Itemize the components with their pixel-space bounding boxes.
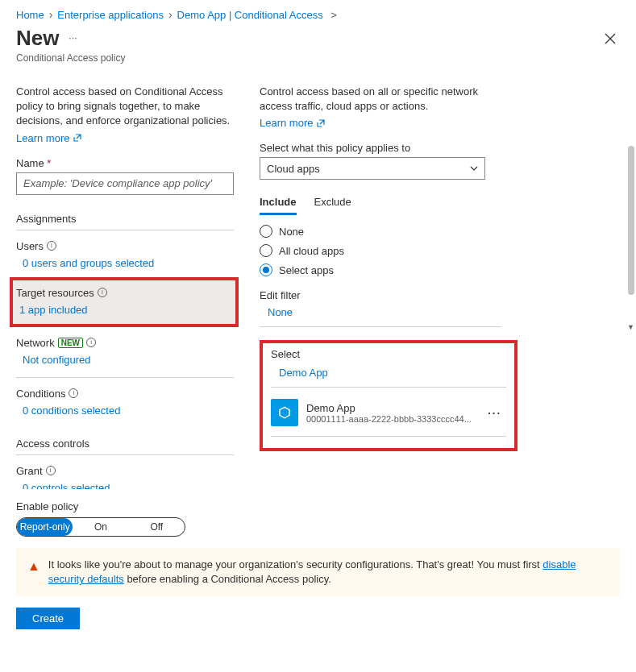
include-exclude-tabs: Include Exclude bbox=[260, 196, 501, 215]
include-radio-group: None All cloud apps Select apps bbox=[260, 225, 501, 276]
radio-none[interactable]: None bbox=[260, 225, 501, 238]
cube-icon bbox=[277, 405, 292, 420]
info-icon[interactable]: i bbox=[46, 466, 56, 475]
users-label: Users bbox=[16, 240, 44, 252]
edit-filter-label: Edit filter bbox=[260, 289, 301, 301]
target-resources-row[interactable]: Target resources i bbox=[16, 287, 229, 299]
radio-select-apps[interactable]: Select apps bbox=[260, 263, 501, 276]
edit-filter-value-link[interactable]: None bbox=[268, 306, 501, 318]
header-more-icon[interactable]: ··· bbox=[69, 31, 77, 44]
radio-label: None bbox=[279, 226, 304, 238]
name-input[interactable] bbox=[16, 172, 234, 195]
radio-label: Select apps bbox=[279, 264, 334, 276]
breadcrumb-demo-app[interactable]: Demo App | Conditional Access bbox=[177, 9, 323, 21]
network-row[interactable]: Network NEW i bbox=[16, 337, 234, 349]
page-subtitle: Conditional Access policy bbox=[16, 52, 620, 64]
learn-more-link-left[interactable]: Learn more bbox=[16, 132, 82, 144]
breadcrumb-tail: > bbox=[328, 9, 337, 21]
right-column: Control access based on all or specific … bbox=[260, 85, 501, 489]
dropdown-value: Cloud apps bbox=[267, 163, 320, 175]
grant-value-link[interactable]: 0 controls selected bbox=[23, 482, 234, 489]
toggle-off[interactable]: Off bbox=[129, 518, 185, 536]
select-section: Select Demo App bbox=[271, 348, 506, 388]
create-button[interactable]: Create bbox=[16, 608, 80, 629]
radio-label: All cloud apps bbox=[279, 245, 344, 257]
warning-icon: ▲ bbox=[27, 558, 40, 587]
radio-all-cloud-apps[interactable]: All cloud apps bbox=[260, 244, 501, 257]
page-title: New bbox=[16, 26, 59, 51]
app-icon bbox=[271, 399, 298, 426]
toggle-on[interactable]: On bbox=[73, 518, 128, 536]
select-label: Select bbox=[271, 348, 300, 360]
app-id: 00001111-aaaa-2222-bbbb-3333cccc44... bbox=[306, 414, 472, 424]
name-label: Name bbox=[16, 157, 234, 169]
grant-row[interactable]: Grant i bbox=[16, 465, 234, 477]
access-controls-heading: Access controls bbox=[16, 438, 234, 455]
tab-include[interactable]: Include bbox=[260, 196, 297, 215]
network-label: Network bbox=[16, 337, 55, 349]
warning-text: It looks like you're about to manage you… bbox=[48, 558, 609, 587]
info-icon[interactable]: i bbox=[47, 241, 56, 251]
enable-policy-toggle[interactable]: Report-only On Off bbox=[16, 517, 185, 537]
right-description: Control access based on all or specific … bbox=[260, 85, 501, 114]
breadcrumb-sep bbox=[168, 8, 173, 21]
tab-exclude[interactable]: Exclude bbox=[314, 196, 351, 215]
select-value-link[interactable]: Demo App bbox=[279, 367, 506, 379]
scrollbar[interactable] bbox=[626, 146, 636, 328]
info-icon[interactable]: i bbox=[98, 288, 107, 297]
warning-banner: ▲ It looks like you're about to manage y… bbox=[16, 548, 620, 596]
scroll-down-icon[interactable]: ▼ bbox=[627, 323, 634, 331]
enable-policy-label: Enable policy bbox=[16, 500, 620, 512]
chevron-down-icon bbox=[470, 164, 478, 172]
radio-icon bbox=[260, 244, 272, 257]
external-link-icon bbox=[316, 118, 326, 128]
select-what-label: Select what this policy applies to bbox=[260, 142, 501, 154]
target-resources-highlight: Target resources i 1 app included bbox=[10, 277, 239, 327]
target-resources-value-link[interactable]: 1 app included bbox=[19, 304, 229, 316]
left-description: Control access based on Conditional Acce… bbox=[16, 85, 234, 129]
learn-more-label: Learn more bbox=[260, 117, 313, 129]
conditions-row[interactable]: Conditions i bbox=[16, 388, 234, 400]
bottom-panel: Enable policy Report-only On Off ▲ It lo… bbox=[0, 489, 636, 642]
page-header: New ··· Conditional Access policy bbox=[0, 26, 636, 70]
users-row[interactable]: Users i bbox=[16, 240, 234, 252]
breadcrumb: Home Enterprise applications Demo App | … bbox=[0, 0, 636, 26]
scrollbar-thumb[interactable] bbox=[628, 146, 634, 295]
breadcrumb-home[interactable]: Home bbox=[16, 9, 44, 21]
users-value-link[interactable]: 0 users and groups selected bbox=[23, 257, 234, 269]
app-text: Demo App 00001111-aaaa-2222-bbbb-3333ccc… bbox=[306, 402, 472, 424]
new-badge: NEW bbox=[58, 338, 83, 348]
app-name: Demo App bbox=[306, 402, 472, 414]
learn-more-label: Learn more bbox=[16, 132, 69, 144]
info-icon[interactable]: i bbox=[69, 388, 78, 398]
toggle-report-only[interactable]: Report-only bbox=[17, 518, 73, 536]
assignments-heading: Assignments bbox=[16, 213, 234, 230]
conditions-value-link[interactable]: 0 conditions selected bbox=[23, 404, 234, 417]
breadcrumb-enterprise-apps[interactable]: Enterprise applications bbox=[57, 9, 164, 21]
applies-to-dropdown[interactable]: Cloud apps bbox=[260, 157, 485, 180]
select-apps-highlight: Select Demo App Demo App 00001111-aaaa-2… bbox=[260, 340, 518, 451]
conditions-label: Conditions bbox=[16, 388, 65, 400]
external-link-icon bbox=[73, 133, 82, 143]
close-button[interactable] bbox=[601, 29, 620, 48]
left-column: Control access based on Conditional Acce… bbox=[16, 85, 250, 489]
app-more-button[interactable]: ··· bbox=[483, 407, 506, 419]
radio-icon bbox=[260, 263, 272, 276]
network-value-link[interactable]: Not configured bbox=[23, 354, 234, 366]
learn-more-link-right[interactable]: Learn more bbox=[260, 117, 326, 129]
info-icon[interactable]: i bbox=[86, 338, 96, 347]
edit-filter-section: Edit filter None bbox=[260, 289, 501, 327]
close-icon bbox=[605, 33, 616, 44]
grant-label: Grant bbox=[16, 465, 43, 477]
selected-app-item[interactable]: Demo App 00001111-aaaa-2222-bbbb-3333ccc… bbox=[271, 399, 506, 437]
target-resources-label: Target resources bbox=[16, 287, 94, 299]
radio-icon bbox=[260, 225, 272, 238]
breadcrumb-sep bbox=[49, 8, 53, 21]
